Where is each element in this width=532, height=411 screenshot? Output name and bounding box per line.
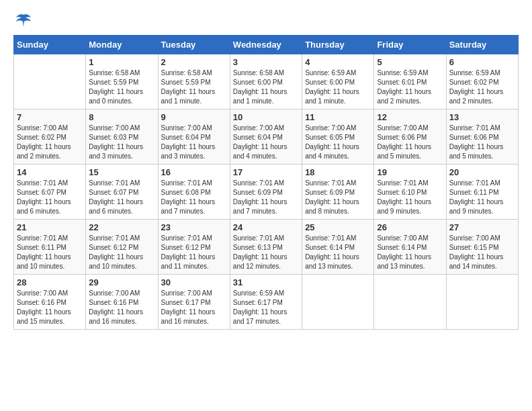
day-number: 5: [377, 57, 443, 67]
cell-info: Sunrise: 7:00 AMSunset: 6:02 PMDaylight:…: [17, 124, 83, 161]
calendar-cell: 19Sunrise: 7:01 AMSunset: 6:10 PMDayligh…: [374, 165, 446, 220]
day-number: 13: [449, 112, 515, 122]
calendar-week-row: 14Sunrise: 7:01 AMSunset: 6:07 PMDayligh…: [14, 165, 519, 220]
calendar-cell: [14, 54, 86, 109]
cell-info: Sunrise: 7:01 AMSunset: 6:08 PMDaylight:…: [161, 179, 227, 216]
main-container: Sunday Monday Tuesday Wednesday Thursday…: [0, 0, 532, 336]
day-number: 24: [233, 222, 299, 232]
cell-info: Sunrise: 7:00 AMSunset: 6:05 PMDaylight:…: [305, 124, 371, 161]
day-number: 4: [305, 57, 371, 67]
day-number: 23: [161, 222, 227, 232]
logo: [13, 13, 32, 28]
day-number: 31: [233, 277, 299, 287]
cell-info: Sunrise: 7:01 AMSunset: 6:10 PMDaylight:…: [377, 179, 443, 216]
cell-info: Sunrise: 7:00 AMSunset: 6:15 PMDaylight:…: [449, 234, 515, 271]
calendar-cell: 31Sunrise: 6:59 AMSunset: 6:17 PMDayligh…: [230, 275, 302, 330]
day-number: 20: [449, 167, 515, 177]
calendar-week-row: 1Sunrise: 6:58 AMSunset: 5:59 PMDaylight…: [14, 54, 519, 109]
cell-info: Sunrise: 7:01 AMSunset: 6:11 PMDaylight:…: [449, 179, 515, 216]
cell-info: Sunrise: 7:01 AMSunset: 6:07 PMDaylight:…: [89, 179, 154, 216]
calendar-cell: 30Sunrise: 7:00 AMSunset: 6:17 PMDayligh…: [158, 275, 230, 330]
calendar-cell: 25Sunrise: 7:01 AMSunset: 6:14 PMDayligh…: [302, 220, 374, 275]
calendar-cell: 16Sunrise: 7:01 AMSunset: 6:08 PMDayligh…: [158, 165, 230, 220]
day-number: 9: [161, 112, 227, 122]
calendar-table: Sunday Monday Tuesday Wednesday Thursday…: [13, 35, 519, 330]
cell-info: Sunrise: 7:01 AMSunset: 6:12 PMDaylight:…: [161, 234, 227, 271]
calendar-cell: 3Sunrise: 6:58 AMSunset: 6:00 PMDaylight…: [230, 54, 302, 109]
day-number: 16: [161, 167, 227, 177]
calendar-cell: 11Sunrise: 7:00 AMSunset: 6:05 PMDayligh…: [302, 109, 374, 165]
cell-info: Sunrise: 7:00 AMSunset: 6:16 PMDaylight:…: [17, 289, 83, 326]
day-number: 15: [89, 167, 154, 177]
cell-info: Sunrise: 6:59 AMSunset: 6:17 PMDaylight:…: [233, 289, 299, 326]
calendar-cell: 17Sunrise: 7:01 AMSunset: 6:09 PMDayligh…: [230, 165, 302, 220]
cell-info: Sunrise: 7:01 AMSunset: 6:07 PMDaylight:…: [17, 179, 83, 216]
calendar-cell: 4Sunrise: 6:59 AMSunset: 6:00 PMDaylight…: [302, 54, 374, 109]
cell-info: Sunrise: 7:01 AMSunset: 6:14 PMDaylight:…: [305, 234, 371, 271]
cell-info: Sunrise: 7:01 AMSunset: 6:11 PMDaylight:…: [17, 234, 83, 271]
calendar-cell: 12Sunrise: 7:00 AMSunset: 6:06 PMDayligh…: [374, 109, 446, 165]
cell-info: Sunrise: 6:58 AMSunset: 6:00 PMDaylight:…: [233, 68, 299, 106]
day-number: 25: [305, 222, 371, 232]
calendar-body: 1Sunrise: 6:58 AMSunset: 5:59 PMDaylight…: [14, 54, 519, 330]
day-number: 21: [17, 222, 83, 232]
cell-info: Sunrise: 7:00 AMSunset: 6:03 PMDaylight:…: [89, 124, 154, 161]
col-sunday: Sunday: [14, 36, 86, 54]
day-number: 27: [449, 222, 515, 232]
cell-info: Sunrise: 7:01 AMSunset: 6:09 PMDaylight:…: [233, 179, 299, 216]
cell-info: Sunrise: 7:00 AMSunset: 6:04 PMDaylight:…: [161, 124, 227, 161]
day-number: 7: [17, 112, 83, 122]
cell-info: Sunrise: 6:58 AMSunset: 5:59 PMDaylight:…: [89, 68, 154, 106]
day-number: 8: [89, 112, 154, 122]
calendar-week-row: 28Sunrise: 7:00 AMSunset: 6:16 PMDayligh…: [14, 275, 519, 330]
day-number: 19: [377, 167, 443, 177]
cell-info: Sunrise: 7:00 AMSunset: 6:06 PMDaylight:…: [377, 124, 443, 161]
day-number: 28: [17, 277, 83, 287]
col-tuesday: Tuesday: [158, 36, 230, 54]
day-number: 29: [89, 277, 154, 287]
cell-info: Sunrise: 7:01 AMSunset: 6:06 PMDaylight:…: [449, 124, 515, 161]
cell-info: Sunrise: 6:58 AMSunset: 5:59 PMDaylight:…: [161, 68, 227, 106]
calendar-cell: 21Sunrise: 7:01 AMSunset: 6:11 PMDayligh…: [14, 220, 86, 275]
day-number: 2: [161, 57, 227, 67]
col-friday: Friday: [374, 36, 446, 54]
cell-info: Sunrise: 7:00 AMSunset: 6:14 PMDaylight:…: [377, 234, 443, 271]
calendar-header: Sunday Monday Tuesday Wednesday Thursday…: [14, 36, 519, 54]
logo-bird-icon: [15, 13, 32, 28]
cell-info: Sunrise: 7:01 AMSunset: 6:12 PMDaylight:…: [89, 234, 154, 271]
header: [13, 13, 519, 28]
cell-info: Sunrise: 6:59 AMSunset: 6:02 PMDaylight:…: [449, 68, 515, 106]
day-number: 30: [161, 277, 227, 287]
calendar-cell: 27Sunrise: 7:00 AMSunset: 6:15 PMDayligh…: [446, 220, 518, 275]
cell-info: Sunrise: 7:01 AMSunset: 6:09 PMDaylight:…: [305, 179, 371, 216]
day-number: 12: [377, 112, 443, 122]
calendar-cell: 15Sunrise: 7:01 AMSunset: 6:07 PMDayligh…: [86, 165, 158, 220]
cell-info: Sunrise: 7:01 AMSunset: 6:13 PMDaylight:…: [233, 234, 299, 271]
cell-info: Sunrise: 7:00 AMSunset: 6:16 PMDaylight:…: [89, 289, 154, 326]
calendar-cell: 23Sunrise: 7:01 AMSunset: 6:12 PMDayligh…: [158, 220, 230, 275]
calendar-cell: 2Sunrise: 6:58 AMSunset: 5:59 PMDaylight…: [158, 54, 230, 109]
calendar-cell: 28Sunrise: 7:00 AMSunset: 6:16 PMDayligh…: [14, 275, 86, 330]
calendar-cell: 8Sunrise: 7:00 AMSunset: 6:03 PMDaylight…: [86, 109, 158, 165]
day-number: 18: [305, 167, 371, 177]
day-number: 6: [449, 57, 515, 67]
cell-info: Sunrise: 7:00 AMSunset: 6:04 PMDaylight:…: [233, 124, 299, 161]
col-thursday: Thursday: [302, 36, 374, 54]
calendar-week-row: 21Sunrise: 7:01 AMSunset: 6:11 PMDayligh…: [14, 220, 519, 275]
calendar-cell: 1Sunrise: 6:58 AMSunset: 5:59 PMDaylight…: [86, 54, 158, 109]
calendar-cell: 29Sunrise: 7:00 AMSunset: 6:16 PMDayligh…: [86, 275, 158, 330]
calendar-cell: 5Sunrise: 6:59 AMSunset: 6:01 PMDaylight…: [374, 54, 446, 109]
cell-info: Sunrise: 6:59 AMSunset: 6:00 PMDaylight:…: [305, 68, 371, 106]
calendar-cell: 18Sunrise: 7:01 AMSunset: 6:09 PMDayligh…: [302, 165, 374, 220]
calendar-cell: [302, 275, 374, 330]
calendar-cell: 22Sunrise: 7:01 AMSunset: 6:12 PMDayligh…: [86, 220, 158, 275]
calendar-cell: 9Sunrise: 7:00 AMSunset: 6:04 PMDaylight…: [158, 109, 230, 165]
col-monday: Monday: [86, 36, 158, 54]
day-number: 22: [89, 222, 154, 232]
col-saturday: Saturday: [446, 36, 518, 54]
calendar-cell: 10Sunrise: 7:00 AMSunset: 6:04 PMDayligh…: [230, 109, 302, 165]
day-number: 3: [233, 57, 299, 67]
calendar-cell: 14Sunrise: 7:01 AMSunset: 6:07 PMDayligh…: [14, 165, 86, 220]
day-number: 10: [233, 112, 299, 122]
col-wednesday: Wednesday: [230, 36, 302, 54]
